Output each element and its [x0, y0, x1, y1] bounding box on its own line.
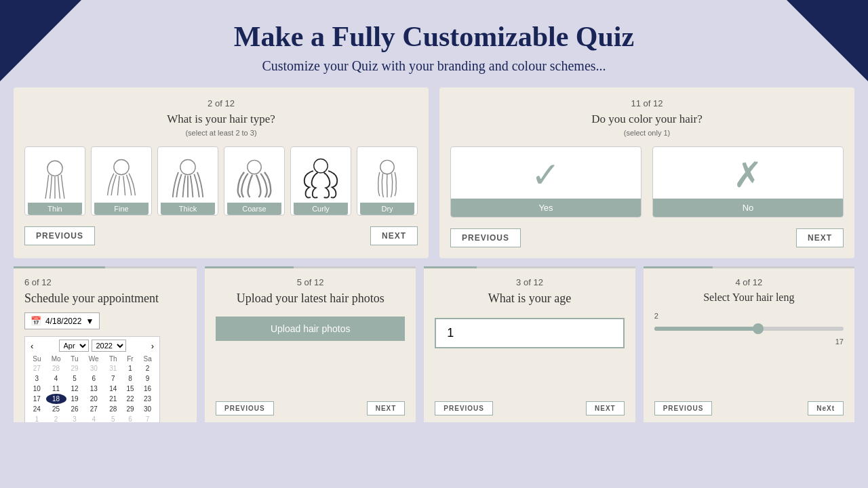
svg-point-4 — [314, 159, 328, 172]
cal-day[interactable]: 10 — [28, 384, 46, 394]
cal-day[interactable]: 7 — [104, 373, 122, 384]
quiz2-prev-button[interactable]: PREVIOUS — [450, 228, 521, 247]
cal-next-button[interactable]: › — [149, 341, 157, 351]
quiz2-next-button[interactable]: NEXT — [796, 228, 844, 247]
date-picker[interactable]: 📅 4/18/2022 ▼ — [24, 312, 100, 329]
cal-day[interactable]: 30 — [138, 404, 157, 414]
bottom-row: 6 of 12 Schedule your appointment 📅 4/18… — [14, 266, 854, 422]
date-value: 4/18/2022 — [45, 317, 81, 326]
slider-thumb[interactable] — [753, 323, 764, 334]
quiz4-progress: 5 of 12 — [216, 277, 405, 287]
cal-day[interactable]: 4 — [46, 373, 66, 384]
cal-day[interactable]: 3 — [28, 373, 46, 384]
quiz1-hint: (select at least 2 to 3) — [24, 129, 418, 137]
cal-day[interactable]: 7 — [138, 414, 157, 422]
quiz-card-schedule: 6 of 12 Schedule your appointment 📅 4/18… — [14, 266, 197, 422]
hair-icon-thin — [31, 152, 79, 200]
cal-day[interactable]: 29 — [122, 404, 139, 414]
quiz4-next-button[interactable]: NEXT — [367, 401, 406, 415]
cal-day[interactable]: 4 — [83, 414, 104, 422]
quiz5-next-button[interactable]: NEXT — [586, 401, 625, 415]
cal-day[interactable]: 1 — [122, 363, 139, 373]
cal-day[interactable]: 17 — [28, 394, 46, 404]
quiz1-buttons: PREVIOUS NEXT — [24, 226, 418, 245]
yn-yes-option[interactable]: ✓ Yes — [450, 146, 642, 218]
quiz-card-upload: 5 of 12 Upload your latest hair photos U… — [205, 266, 416, 422]
quiz6-next-button[interactable]: NeXt — [808, 401, 844, 415]
year-select[interactable]: 2022 — [92, 340, 126, 352]
cal-day[interactable]: 27 — [28, 363, 46, 373]
cal-day[interactable]: 20 — [83, 394, 104, 404]
cal-day[interactable]: 26 — [66, 404, 83, 414]
cal-day[interactable]: 23 — [138, 394, 157, 404]
cal-th-tu: Tu — [66, 354, 83, 363]
hair-option-dry[interactable]: Dry — [357, 146, 418, 216]
cal-day[interactable]: 12 — [66, 384, 83, 394]
hair-label-coarse: Coarse — [227, 203, 281, 215]
quiz2-buttons: PREVIOUS NEXT — [450, 228, 844, 247]
quiz6-prev-button[interactable]: PREVIOUS — [654, 401, 713, 415]
cal-th-su: Su — [28, 354, 46, 363]
hair-option-curly[interactable]: Curly — [290, 146, 351, 216]
cal-day[interactable]: 11 — [46, 384, 66, 394]
cal-day[interactable]: 30 — [83, 363, 104, 373]
cal-th-th: Th — [104, 354, 122, 363]
quiz1-prev-button[interactable]: PREVIOUS — [24, 226, 95, 245]
hair-options: Thin Fine — [24, 146, 418, 216]
cal-day[interactable]: 6 — [83, 373, 104, 384]
hair-option-fine[interactable]: Fine — [91, 146, 152, 216]
hair-label-thick: Thick — [161, 203, 215, 215]
main-content: 2 of 12 What is your hair type? (select … — [0, 87, 868, 422]
quiz1-next-button[interactable]: NEXT — [370, 226, 418, 245]
hair-option-thin[interactable]: Thin — [24, 146, 85, 216]
svg-point-0 — [47, 161, 62, 176]
cal-day[interactable]: 2 — [138, 363, 157, 373]
upload-button[interactable]: Upload hair photos — [216, 317, 405, 341]
cal-prev-button[interactable]: ‹ — [28, 341, 36, 351]
cal-header: ‹ Apr 2022 › — [28, 340, 157, 352]
cal-day[interactable]: 8 — [122, 373, 139, 384]
cal-day[interactable]: 28 — [46, 363, 66, 373]
quiz5-prev-button[interactable]: PREVIOUS — [435, 401, 493, 415]
cal-day[interactable]: 31 — [104, 363, 122, 373]
cal-day[interactable]: 27 — [83, 404, 104, 414]
quiz6-question: Select Your hair leng — [654, 291, 844, 304]
cal-day[interactable]: 28 — [104, 404, 122, 414]
cal-day[interactable]: 2 — [46, 414, 66, 422]
cal-day[interactable]: 3 — [66, 414, 83, 422]
top-row: 2 of 12 What is your hair type? (select … — [14, 87, 854, 258]
cal-day[interactable]: 21 — [104, 394, 122, 404]
cal-day[interactable]: 13 — [83, 384, 104, 394]
quiz-card-hair-type: 2 of 12 What is your hair type? (select … — [14, 87, 429, 258]
cal-day[interactable]: 16 — [138, 384, 157, 394]
cal-day[interactable]: 15 — [122, 384, 139, 394]
cal-day[interactable]: 5 — [66, 373, 83, 384]
yn-no-option[interactable]: ✗ No — [652, 146, 844, 218]
yn-no-label: No — [653, 199, 843, 217]
quiz2-hint: (select only 1) — [450, 129, 844, 137]
quiz4-buttons: PREVIOUS NEXT — [216, 401, 405, 415]
age-input[interactable] — [435, 318, 624, 348]
cal-day[interactable]: 1 — [28, 414, 46, 422]
cal-day[interactable]: 14 — [104, 384, 122, 394]
hair-option-thick[interactable]: Thick — [157, 146, 218, 216]
cal-day[interactable]: 22 — [122, 394, 139, 404]
quiz6-buttons: PREVIOUS NeXt — [654, 401, 844, 415]
slider-track[interactable] — [654, 327, 844, 331]
quiz4-question: Upload your latest hair photos — [216, 291, 405, 306]
quiz4-prev-button[interactable]: PREVIOUS — [216, 401, 274, 415]
page-subtitle: Customize your Quiz with your branding a… — [0, 58, 868, 74]
cal-day[interactable]: 25 — [46, 404, 66, 414]
cal-day[interactable]: 5 — [104, 414, 122, 422]
cal-day[interactable]: 9 — [138, 373, 157, 384]
check-icon: ✓ — [451, 158, 641, 193]
month-select[interactable]: Apr — [59, 340, 89, 352]
cal-day[interactable]: 18 — [46, 394, 66, 404]
cal-day[interactable]: 19 — [66, 394, 83, 404]
svg-point-3 — [248, 160, 261, 174]
cal-th-we: We — [83, 354, 104, 363]
cal-day[interactable]: 29 — [66, 363, 83, 373]
cal-day[interactable]: 24 — [28, 404, 46, 414]
hair-option-coarse[interactable]: Coarse — [224, 146, 285, 216]
cal-day[interactable]: 6 — [122, 414, 139, 422]
